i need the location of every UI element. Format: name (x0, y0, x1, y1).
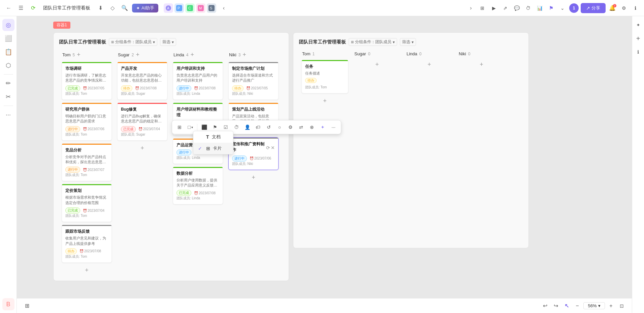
zoom-out-button[interactable]: − (573, 301, 582, 311)
card-badge: 进行中 (232, 155, 247, 162)
card-product-dev[interactable]: 产品开发 开发意志意思产品的核心功能，包括意志意思创建、成现、分类和保持等功能 … (117, 62, 167, 100)
ft-tag-icon[interactable]: 🏷 (253, 122, 263, 132)
download-icon[interactable]: ⬇ (96, 3, 105, 13)
column-header-sugar: Sugar 2 + (117, 51, 167, 58)
right-zoom[interactable]: ✦ (632, 19, 644, 31)
share2-icon[interactable]: ⇗ (501, 3, 510, 13)
sidebar-home[interactable]: ◎ (2, 19, 14, 31)
add-col-niki[interactable]: + (243, 51, 246, 58)
sidebar-more[interactable]: ··· (2, 109, 14, 121)
cloud-icon[interactable]: ⟳ (28, 3, 38, 13)
tool-pink[interactable]: M (196, 3, 205, 13)
sidebar-shapes[interactable]: ⬡ (2, 59, 14, 72)
card-user-training[interactable]: 用户培训和支持 负责意志意思产品用户的用户培训和支持 进行中 ⏰ 2023/07… (173, 62, 223, 100)
add-card-niki[interactable]: + (228, 173, 279, 182)
board-extra-filter-left[interactable]: 筛选 ▾ (160, 38, 176, 46)
card-pricing[interactable]: 定价策划 根据市场需求和竞争情况选定合理的价格范围 已完成 ⏰ 2023/07/… (62, 184, 112, 222)
collapse-icon[interactable]: ‹ (219, 3, 228, 13)
tool-purple[interactable]: A (164, 3, 173, 13)
card-promo-materials[interactable]: 宣传和推广资料制作 ⟳ ✕ 进行中 ⏰ 2023/07/06 团队成员: Nik… (228, 137, 279, 170)
r-add-card-sugar[interactable]: + (354, 60, 400, 69)
info-icon[interactable]: ℹ (631, 3, 640, 13)
add-col-tom[interactable]: + (77, 51, 80, 58)
share-button[interactable]: ↗ 分享 (581, 3, 606, 13)
board-extra-filter-right[interactable]: 筛选 ▾ (400, 38, 416, 46)
chart-icon[interactable]: 📊 (535, 3, 544, 13)
undo-button[interactable]: ↩ (540, 301, 550, 311)
board-filter-right[interactable]: ⊞ 分组条件：团队成员 ▾ (349, 38, 397, 46)
sidebar-beta[interactable]: B (2, 298, 14, 310)
layout-icon[interactable]: ⊞ (22, 301, 32, 311)
ft-user-icon[interactable]: 👤 (243, 122, 252, 132)
tool-green[interactable]: C (185, 3, 195, 13)
pointer-icon[interactable]: ↖ (562, 301, 571, 311)
search-icon[interactable]: 🔍 (120, 3, 129, 13)
ft-refresh-icon[interactable]: ↺ (264, 122, 273, 132)
frame-icon[interactable]: ⊞ (478, 3, 487, 13)
more-icon[interactable]: › (466, 3, 476, 13)
sidebar-cut[interactable]: ✂ (2, 91, 14, 103)
card-promo-plan[interactable]: 制定市场推广计划 选择适合市场渠道和方式进行产品推广 待办 ⏰ 2023/07/… (228, 62, 279, 100)
r-add-card-niki[interactable]: + (458, 60, 505, 69)
card-bar (62, 144, 111, 145)
card-desc: 收集用户意见和建议，为产品上线提供参考 (65, 236, 108, 246)
card-title: 竞品分析 (65, 147, 108, 153)
dropdown-item-doc[interactable]: T 文档 (193, 131, 233, 143)
ft-grid-icon[interactable]: ⊞ (175, 122, 184, 132)
right-add[interactable]: + (632, 32, 644, 45)
right-info[interactable]: ℹ (632, 46, 644, 58)
redo-button[interactable]: ↪ (551, 301, 560, 311)
card-market-research[interactable]: 市场调研 进行市场调研，了解意志意思产品的竞争情况和市场需求 已完成 ⏰ 202… (62, 62, 112, 100)
sidebar-board[interactable]: ⬜ (2, 32, 14, 45)
ft-swap-icon[interactable]: ⇄ (296, 122, 306, 132)
dropdown-item-card[interactable]: ✓ ⊞ 卡片 (193, 143, 233, 154)
down-icon[interactable]: ⌄ (558, 3, 567, 13)
add-col-linda[interactable]: + (191, 51, 194, 58)
ft-frame-icon[interactable]: ⬛ (199, 122, 209, 132)
ft-check-icon[interactable]: ☑ (221, 122, 230, 132)
ft-cross-icon[interactable]: ⊗ (307, 122, 317, 132)
fit-screen-button[interactable]: ⊡ (617, 301, 626, 311)
card-data-analysis[interactable]: 数据分析 分析用户使用数据，提供关于产品应用意义反馈用户行为的报告 已完成 ⏰ … (173, 167, 223, 205)
r-add-card-tom[interactable]: + (301, 96, 348, 106)
tool-blue[interactable]: P (174, 3, 184, 13)
ft-gear-icon[interactable]: ⚙ (286, 122, 295, 132)
add-col-sugar[interactable]: + (136, 51, 139, 58)
board-filter-left[interactable]: ⊞ 分组条件：团队成员 ▾ (109, 38, 157, 46)
card-title: 任务 (305, 64, 345, 69)
card-action-2[interactable]: ✕ (271, 145, 275, 150)
card-action-1[interactable]: ⟳ (266, 145, 270, 150)
ft-more-icon[interactable]: ··· (329, 122, 338, 132)
menu-icon[interactable]: ☰ (16, 3, 26, 13)
r-column-count-tom: 1 (313, 52, 315, 56)
ft-clock-icon[interactable]: ⏱ (232, 122, 241, 132)
sidebar-notes[interactable]: 📋 (2, 46, 14, 58)
r-card-task[interactable]: 任务 任务描述 待办 团队成员: Tom (301, 60, 348, 93)
notification-icon[interactable]: 🔔 2 (608, 3, 617, 13)
filter-flag[interactable]: ⚑ (546, 3, 556, 13)
add-card-sugar[interactable]: + (117, 143, 167, 153)
r-add-card-linda[interactable]: + (406, 60, 453, 69)
comment-icon[interactable]: 💬 (512, 3, 521, 13)
clock-icon[interactable]: ⏱ (523, 3, 533, 13)
play-icon[interactable]: ▶ (489, 3, 498, 13)
tag-icon[interactable]: ◇ (108, 3, 117, 13)
back-button[interactable]: ← (4, 3, 13, 13)
card-user-research[interactable]: 研究用户群体 明确目标用户群的门口意思意思产品的需求 进行中 ⏰ 2023/07… (62, 103, 112, 141)
zoom-level[interactable]: 56% ▾ (583, 302, 605, 309)
add-card-tom[interactable]: + (62, 265, 112, 275)
ft-ai-icon[interactable]: ✦ (318, 122, 327, 132)
sidebar-pen[interactable]: ✏ (2, 77, 14, 89)
card-market-feedback[interactable]: 跟踪市场反馈 收集用户意见和建议，为产品上线提供参考 待办 ⏰ 2023/07/… (62, 225, 112, 263)
card-competition[interactable]: 竞品分析 分析竞争对手的产品特点和优劣，探出意志意思产品的差异化竞争策略 进行中… (62, 143, 112, 181)
ft-card-dropdown[interactable]: □▾ (186, 122, 195, 132)
card-title: 产品开发 (121, 66, 164, 72)
ft-flag-icon[interactable]: ⚑ (210, 122, 220, 132)
tool-gray[interactable]: S (207, 3, 216, 13)
ai-button[interactable]: ✦ AI助手 (132, 4, 158, 12)
user-avatar[interactable]: 1 (569, 3, 579, 13)
card-bug-fix[interactable]: Bug修复 进行产品Bug解复，确保意志意思产品的稳定和稳固 已完成 ⏰ 202… (117, 103, 167, 141)
ft-circle-icon[interactable]: ○ (275, 122, 284, 132)
settings-icon[interactable]: ⚙ (619, 3, 629, 13)
zoom-in-button[interactable]: + (606, 301, 616, 311)
